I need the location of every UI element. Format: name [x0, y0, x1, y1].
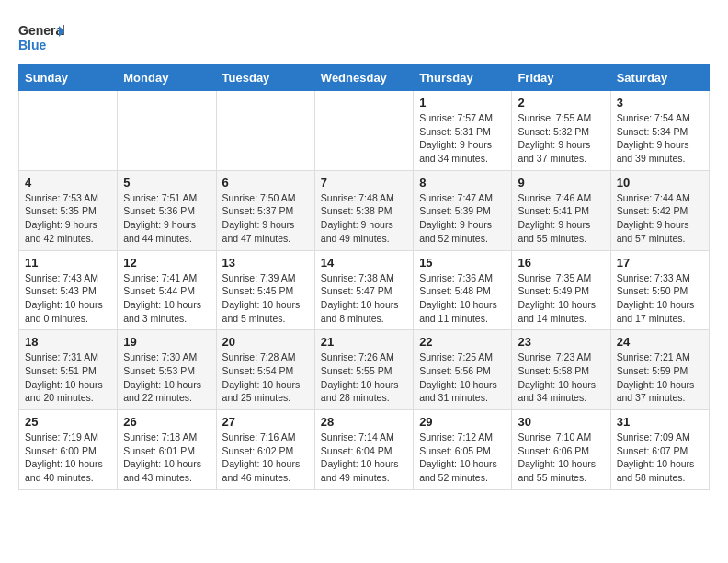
day-number: 20	[222, 335, 309, 349]
calendar-cell: 21Sunrise: 7:26 AM Sunset: 5:55 PM Dayli…	[314, 330, 413, 410]
calendar-cell: 15Sunrise: 7:36 AM Sunset: 5:48 PM Dayli…	[414, 250, 512, 330]
weekday-header-monday: Monday	[118, 65, 216, 91]
day-number: 28	[321, 415, 407, 429]
calendar-cell: 13Sunrise: 7:39 AM Sunset: 5:45 PM Dayli…	[216, 250, 314, 330]
calendar-cell: 16Sunrise: 7:35 AM Sunset: 5:49 PM Dayli…	[512, 250, 610, 330]
weekday-header-tuesday: Tuesday	[216, 65, 314, 91]
calendar-cell	[314, 91, 413, 171]
day-number: 17	[617, 256, 703, 270]
day-info: Sunrise: 7:12 AM Sunset: 6:05 PM Dayligh…	[419, 431, 506, 485]
day-info: Sunrise: 7:14 AM Sunset: 6:04 PM Dayligh…	[321, 431, 407, 485]
day-number: 19	[123, 335, 210, 349]
calendar-cell: 8Sunrise: 7:47 AM Sunset: 5:39 PM Daylig…	[414, 170, 512, 250]
day-number: 30	[518, 415, 604, 429]
day-number: 25	[25, 415, 111, 429]
day-number: 15	[419, 256, 506, 270]
calendar-cell: 22Sunrise: 7:25 AM Sunset: 5:56 PM Dayli…	[414, 330, 512, 410]
day-info: Sunrise: 7:30 AM Sunset: 5:53 PM Dayligh…	[123, 350, 210, 405]
day-number: 21	[321, 335, 407, 349]
day-info: Sunrise: 7:41 AM Sunset: 5:44 PM Dayligh…	[123, 271, 210, 326]
day-info: Sunrise: 7:31 AM Sunset: 5:51 PM Dayligh…	[25, 350, 111, 405]
weekday-header-friday: Friday	[512, 65, 610, 91]
day-number: 2	[518, 96, 604, 109]
calendar-cell: 9Sunrise: 7:46 AM Sunset: 5:41 PM Daylig…	[512, 170, 610, 250]
calendar-cell: 10Sunrise: 7:44 AM Sunset: 5:42 PM Dayli…	[610, 170, 709, 250]
day-number: 18	[25, 335, 111, 349]
page-header: General Blue	[18, 18, 710, 55]
calendar-week-row: 11Sunrise: 7:43 AM Sunset: 5:43 PM Dayli…	[19, 250, 710, 330]
calendar-cell: 25Sunrise: 7:19 AM Sunset: 6:00 PM Dayli…	[19, 410, 118, 490]
calendar-cell	[19, 91, 118, 171]
weekday-header-row: SundayMondayTuesdayWednesdayThursdayFrid…	[19, 65, 710, 91]
day-info: Sunrise: 7:54 AM Sunset: 5:34 PM Dayligh…	[617, 111, 703, 166]
calendar-cell: 2Sunrise: 7:55 AM Sunset: 5:32 PM Daylig…	[512, 91, 610, 171]
day-number: 7	[321, 176, 407, 190]
day-info: Sunrise: 7:39 AM Sunset: 5:45 PM Dayligh…	[222, 271, 309, 326]
day-number: 13	[222, 256, 309, 270]
day-info: Sunrise: 7:21 AM Sunset: 5:59 PM Dayligh…	[617, 350, 703, 405]
day-number: 16	[518, 256, 604, 270]
day-number: 23	[518, 335, 604, 349]
day-info: Sunrise: 7:53 AM Sunset: 5:35 PM Dayligh…	[25, 191, 111, 246]
day-info: Sunrise: 7:23 AM Sunset: 5:58 PM Dayligh…	[518, 350, 604, 405]
day-number: 24	[617, 335, 703, 349]
calendar-cell: 19Sunrise: 7:30 AM Sunset: 5:53 PM Dayli…	[118, 330, 216, 410]
calendar-week-row: 25Sunrise: 7:19 AM Sunset: 6:00 PM Dayli…	[19, 410, 710, 490]
calendar-cell: 6Sunrise: 7:50 AM Sunset: 5:37 PM Daylig…	[216, 170, 314, 250]
calendar-week-row: 4Sunrise: 7:53 AM Sunset: 5:35 PM Daylig…	[19, 170, 710, 250]
calendar-cell: 31Sunrise: 7:09 AM Sunset: 6:07 PM Dayli…	[610, 410, 709, 490]
day-info: Sunrise: 7:43 AM Sunset: 5:43 PM Dayligh…	[25, 271, 111, 326]
calendar-cell: 24Sunrise: 7:21 AM Sunset: 5:59 PM Dayli…	[610, 330, 709, 410]
day-number: 3	[617, 96, 703, 109]
calendar-week-row: 18Sunrise: 7:31 AM Sunset: 5:51 PM Dayli…	[19, 330, 710, 410]
day-number: 22	[419, 335, 506, 349]
day-number: 4	[25, 176, 111, 190]
calendar-cell	[216, 91, 314, 171]
day-info: Sunrise: 7:35 AM Sunset: 5:49 PM Dayligh…	[518, 271, 604, 326]
calendar-cell: 29Sunrise: 7:12 AM Sunset: 6:05 PM Dayli…	[414, 410, 512, 490]
svg-text:Blue: Blue	[18, 38, 47, 52]
day-number: 1	[419, 96, 506, 109]
calendar-cell: 17Sunrise: 7:33 AM Sunset: 5:50 PM Dayli…	[610, 250, 709, 330]
day-info: Sunrise: 7:16 AM Sunset: 6:02 PM Dayligh…	[222, 431, 309, 485]
calendar-cell: 5Sunrise: 7:51 AM Sunset: 5:36 PM Daylig…	[118, 170, 216, 250]
calendar-cell: 11Sunrise: 7:43 AM Sunset: 5:43 PM Dayli…	[19, 250, 118, 330]
day-number: 27	[222, 415, 309, 429]
day-info: Sunrise: 7:47 AM Sunset: 5:39 PM Dayligh…	[419, 191, 506, 246]
weekday-header-thursday: Thursday	[414, 65, 512, 91]
day-info: Sunrise: 7:36 AM Sunset: 5:48 PM Dayligh…	[419, 271, 506, 326]
weekday-header-saturday: Saturday	[610, 65, 709, 91]
logo: General Blue	[18, 18, 64, 55]
calendar-cell: 7Sunrise: 7:48 AM Sunset: 5:38 PM Daylig…	[314, 170, 413, 250]
calendar-cell: 27Sunrise: 7:16 AM Sunset: 6:02 PM Dayli…	[216, 410, 314, 490]
day-info: Sunrise: 7:50 AM Sunset: 5:37 PM Dayligh…	[222, 191, 309, 246]
calendar-cell: 20Sunrise: 7:28 AM Sunset: 5:54 PM Dayli…	[216, 330, 314, 410]
day-info: Sunrise: 7:26 AM Sunset: 5:55 PM Dayligh…	[321, 350, 407, 405]
day-number: 6	[222, 176, 309, 190]
day-info: Sunrise: 7:18 AM Sunset: 6:01 PM Dayligh…	[123, 431, 210, 485]
day-info: Sunrise: 7:19 AM Sunset: 6:00 PM Dayligh…	[25, 431, 111, 485]
logo-icon: General Blue	[18, 18, 64, 55]
weekday-header-sunday: Sunday	[19, 65, 118, 91]
calendar-week-row: 1Sunrise: 7:57 AM Sunset: 5:31 PM Daylig…	[19, 91, 710, 171]
calendar-cell: 18Sunrise: 7:31 AM Sunset: 5:51 PM Dayli…	[19, 330, 118, 410]
day-number: 12	[123, 256, 210, 270]
svg-text:General: General	[18, 23, 64, 38]
day-number: 11	[25, 256, 111, 270]
calendar-cell: 28Sunrise: 7:14 AM Sunset: 6:04 PM Dayli…	[314, 410, 413, 490]
day-number: 9	[518, 176, 604, 190]
day-number: 5	[123, 176, 210, 190]
day-number: 8	[419, 176, 506, 190]
weekday-header-wednesday: Wednesday	[314, 65, 413, 91]
calendar-cell: 1Sunrise: 7:57 AM Sunset: 5:31 PM Daylig…	[414, 91, 512, 171]
day-info: Sunrise: 7:28 AM Sunset: 5:54 PM Dayligh…	[222, 350, 309, 405]
day-info: Sunrise: 7:10 AM Sunset: 6:06 PM Dayligh…	[518, 431, 604, 485]
day-number: 14	[321, 256, 407, 270]
calendar-cell: 14Sunrise: 7:38 AM Sunset: 5:47 PM Dayli…	[314, 250, 413, 330]
calendar-cell: 4Sunrise: 7:53 AM Sunset: 5:35 PM Daylig…	[19, 170, 118, 250]
day-number: 10	[617, 176, 703, 190]
day-info: Sunrise: 7:33 AM Sunset: 5:50 PM Dayligh…	[617, 271, 703, 326]
day-info: Sunrise: 7:55 AM Sunset: 5:32 PM Dayligh…	[518, 111, 604, 166]
calendar-cell: 26Sunrise: 7:18 AM Sunset: 6:01 PM Dayli…	[118, 410, 216, 490]
day-info: Sunrise: 7:51 AM Sunset: 5:36 PM Dayligh…	[123, 191, 210, 246]
